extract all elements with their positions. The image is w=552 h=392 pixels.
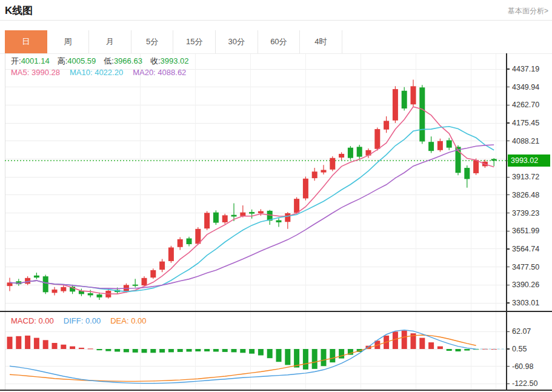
- price-axis-label: 3390.26: [512, 280, 539, 290]
- page-title: K线图: [5, 4, 33, 18]
- ma5-value: MA5: 3990.28: [11, 68, 60, 77]
- price-axis-label: 3477.50: [512, 262, 539, 272]
- price-axis-label: 4088.21: [512, 136, 539, 146]
- kline-page: K线图 基本面分析> 日周月5分15分30分60分4时 开:4001.14高:4…: [0, 0, 552, 392]
- tab-week[interactable]: 周: [47, 30, 90, 53]
- price-axis-label: 3303.01: [512, 298, 539, 308]
- dea-value: DEA: 0.00: [110, 316, 146, 325]
- macd-axis-label: -122.50: [512, 379, 537, 388]
- macd-axis-label: -60.98: [512, 362, 533, 371]
- ohlc-close: 收:3993.02: [150, 56, 189, 67]
- ohlc-open: 开:4001.14: [11, 56, 50, 67]
- ohlc-legend: 开:4001.14高:4005.59低:3966.63收:3993.02: [11, 56, 189, 67]
- macd-value: MACD: 0.00: [11, 316, 54, 325]
- tab-4hour[interactable]: 4时: [300, 30, 342, 53]
- ma10-value: MA10: 4022.20: [70, 68, 123, 77]
- price-axis-label: 3739.23: [512, 208, 539, 218]
- price-axis-label: 3826.48: [512, 190, 539, 200]
- tab-5min[interactable]: 5分: [131, 30, 174, 53]
- interval-tab-bar: 日周月5分15分30分60分4时: [5, 30, 342, 53]
- macd-legend: MACD: 0.00DIFF: 0.00DEA: 0.00: [11, 316, 147, 325]
- price-axis-label: 4262.70: [512, 100, 539, 110]
- tab-30min[interactable]: 30分: [216, 30, 258, 53]
- price-axis-label: 3913.72: [512, 172, 539, 182]
- price-axis-label: 3564.74: [512, 244, 539, 254]
- price-axis-label: 3651.99: [512, 226, 539, 236]
- macd-axis-label: 0.55: [512, 344, 527, 354]
- macd-axis-label: 62.07: [512, 327, 531, 336]
- price-axis-label: 4175.45: [512, 118, 539, 128]
- ma-legend: MA5: 3990.28MA10: 4022.20MA20: 4088.62: [11, 68, 186, 77]
- macd-histogram: [7, 331, 497, 370]
- tab-month[interactable]: 月: [89, 30, 131, 53]
- fundamental-analysis-link[interactable]: 基本面分析>: [508, 6, 548, 16]
- price-axis-label: 4349.94: [512, 82, 539, 92]
- ohlc-high: 高:4005.59: [58, 56, 96, 67]
- current-price-tag: 3993.02: [508, 154, 550, 167]
- tab-15min[interactable]: 15分: [173, 30, 216, 53]
- diff-value: DIFF: 0.00: [64, 316, 101, 325]
- tab-day[interactable]: 日: [5, 30, 47, 53]
- ohlc-low: 低:3966.63: [104, 56, 142, 67]
- ma20-value: MA20: 4088.62: [133, 68, 186, 77]
- title-divider: [0, 20, 552, 21]
- price-axis-label: 4437.19: [512, 64, 539, 74]
- tab-60min[interactable]: 60分: [258, 30, 301, 53]
